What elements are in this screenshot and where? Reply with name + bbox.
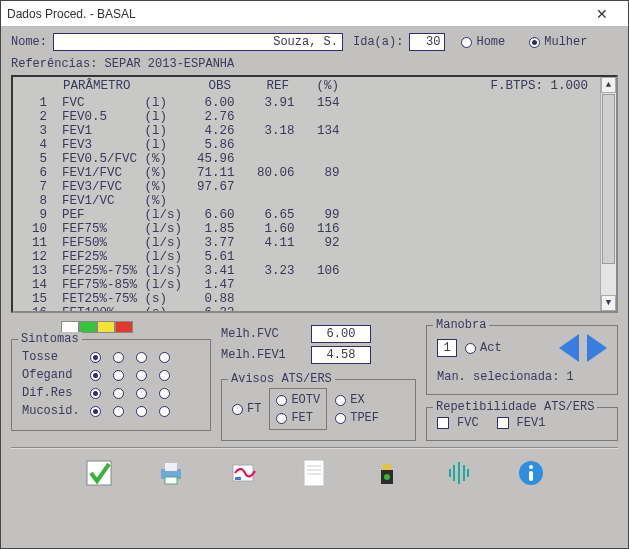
radio-icon <box>335 413 346 424</box>
table-row[interactable]: 4 FEV3 (l) 5.86 <box>13 138 616 152</box>
sintoma-level-radio[interactable] <box>136 370 147 381</box>
gender-home-label: Home <box>476 35 505 49</box>
prev-manobra-button[interactable] <box>559 334 579 362</box>
col-param: PARÂMETRO <box>63 79 169 93</box>
sintoma-level-radio[interactable] <box>136 388 147 399</box>
radio-icon <box>465 343 476 354</box>
ft-radio[interactable]: FT <box>232 402 261 416</box>
sintoma-level-radio[interactable] <box>136 406 147 417</box>
table-row[interactable]: 10 FEF75% (l/s) 1.85 1.60 116 <box>13 222 616 236</box>
info-icon <box>517 459 545 487</box>
next-manobra-button[interactable] <box>587 334 607 362</box>
table-row[interactable]: 15 FET25%-75% (s) 0.88 <box>13 292 616 306</box>
sintoma-level-radio[interactable] <box>113 406 124 417</box>
sintoma-level-radio[interactable] <box>90 370 101 381</box>
sintoma-level-radio[interactable] <box>113 370 124 381</box>
diamond-button[interactable] <box>443 457 475 489</box>
ink-button[interactable] <box>371 457 403 489</box>
repet-box: Repetibilidade ATS/ERS FVC FEV1 <box>426 407 618 441</box>
info-button[interactable] <box>515 457 547 489</box>
eotv-radio[interactable]: EOTV <box>276 393 320 407</box>
scroll-down-button[interactable]: ▼ <box>601 295 616 311</box>
sintoma-level-radio[interactable] <box>159 370 170 381</box>
report-icon <box>229 459 257 487</box>
gender-mulher-label: Mulher <box>544 35 587 49</box>
window: Dados Proced. - BASAL ✕ Nome: Ida(a): Ho… <box>0 0 629 549</box>
titlebar: Dados Proced. - BASAL ✕ <box>1 1 628 27</box>
table-row[interactable]: 12 FEF25% (l/s) 5.61 <box>13 250 616 264</box>
sintoma-level-radio[interactable] <box>113 352 124 363</box>
table-row[interactable]: 2 FEV0.5 (l) 2.76 <box>13 110 616 124</box>
nome-label: Nome: <box>11 35 47 49</box>
sintoma-level-radio[interactable] <box>113 388 124 399</box>
col-pct: (%) <box>289 79 339 93</box>
scroll-up-button[interactable]: ▲ <box>601 77 616 93</box>
table-row[interactable]: 6 FEV1/FVC (%) 71.11 80.06 89 <box>13 166 616 180</box>
table-row[interactable]: 1 FVC (l) 6.00 3.91 154 <box>13 96 616 110</box>
manobra-selected-label: Man. selecionada: 1 <box>437 370 607 384</box>
ex-radio[interactable]: EX <box>335 393 379 407</box>
severity-palette <box>61 321 211 335</box>
checkbox-icon <box>437 417 449 429</box>
sintoma-level-radio[interactable] <box>90 388 101 399</box>
parameter-table: PARÂMETRO OBS REF (%) F.BTPS: 1.000 1 FV… <box>11 75 618 313</box>
palette-red <box>115 321 133 333</box>
lower-panels: Sintomas TosseOfegandDif.ResMucosid. Mel… <box>11 321 618 441</box>
sintoma-level-radio[interactable] <box>136 352 147 363</box>
table-row[interactable]: 3 FEV1 (l) 4.26 3.18 134 <box>13 124 616 138</box>
window-title: Dados Proced. - BASAL <box>7 7 582 21</box>
sintoma-level-radio[interactable] <box>159 406 170 417</box>
sintoma-level-radio[interactable] <box>159 388 170 399</box>
repet-fev1-check[interactable]: FEV1 <box>497 416 546 430</box>
table-row[interactable]: 14 FEF75%-85% (l/s) 1.47 <box>13 278 616 292</box>
gender-mulher-radio[interactable]: Mulher <box>529 35 587 49</box>
table-row[interactable]: 11 FEF50% (l/s) 3.77 4.11 92 <box>13 236 616 250</box>
report-button[interactable] <box>227 457 259 489</box>
close-button[interactable]: ✕ <box>582 3 622 25</box>
scrollbar[interactable]: ▲ ▼ <box>600 77 616 311</box>
repet-legend: Repetibilidade ATS/ERS <box>433 400 597 414</box>
table-row[interactable]: 13 FEF25%-75% (l/s) 3.41 3.23 106 <box>13 264 616 278</box>
radio-icon <box>529 37 540 48</box>
sintoma-row: Mucosid. <box>22 402 200 420</box>
table-row[interactable]: 16 FET100% (s) 6.33 <box>13 306 616 313</box>
accept-button[interactable] <box>83 457 115 489</box>
references-label: Referências: SEPAR 2013-ESPANHA <box>11 57 618 71</box>
page-button[interactable] <box>299 457 331 489</box>
svg-rect-5 <box>235 477 241 480</box>
table-row[interactable]: 8 FEV1/VC (%) <box>13 194 616 208</box>
sintoma-level-radio[interactable] <box>159 352 170 363</box>
sintomas-block: Sintomas TosseOfegandDif.ResMucosid. <box>11 321 211 441</box>
svg-rect-3 <box>165 477 177 484</box>
table-row[interactable]: 5 FEV0.5/FVC (%) 45.96 <box>13 152 616 166</box>
repet-fvc-check[interactable]: FVC <box>437 416 479 430</box>
nome-input[interactable] <box>53 33 343 51</box>
radio-icon <box>276 413 287 424</box>
name-row: Nome: Ida(a): Home Mulher <box>11 33 618 51</box>
avisos-box: Avisos ATS/ERS FT EOTV <box>221 379 416 441</box>
col-obs: OBS <box>169 79 231 93</box>
tpef-radio[interactable]: TPEF <box>335 411 379 425</box>
scroll-thumb[interactable] <box>602 94 615 264</box>
avisos-subbox: EOTV FET <box>269 388 327 430</box>
table-row[interactable]: 9 PEF (l/s) 6.60 6.65 99 <box>13 208 616 222</box>
table-row[interactable]: 7 FEV3/FVC (%) 97.67 <box>13 180 616 194</box>
sintoma-level-radio[interactable] <box>90 352 101 363</box>
print-button[interactable] <box>155 457 187 489</box>
ida-input[interactable] <box>409 33 445 51</box>
manobra-box: Manobra 1 Act Man. selecionada: 1 <box>426 325 618 395</box>
sintomas-box: Sintomas TosseOfegandDif.ResMucosid. <box>11 339 211 431</box>
print-icon <box>157 459 185 487</box>
ink-icon <box>375 458 399 488</box>
gender-home-radio[interactable]: Home <box>461 35 505 49</box>
accept-icon <box>85 459 113 487</box>
sintoma-label: Dif.Res <box>22 386 84 400</box>
close-icon: ✕ <box>596 6 608 22</box>
sintoma-level-radio[interactable] <box>90 406 101 417</box>
melh-block: Melh.FVC 6.00 Melh.FEV1 4.58 <box>221 321 416 367</box>
sintoma-label: Ofegand <box>22 368 84 382</box>
act-radio[interactable]: Act <box>465 341 502 355</box>
radio-icon <box>276 395 287 406</box>
table-body: 1 FVC (l) 6.00 3.91 154 2 FEV0.5 (l) 2.7… <box>13 95 616 313</box>
fet-radio[interactable]: FET <box>276 411 320 425</box>
